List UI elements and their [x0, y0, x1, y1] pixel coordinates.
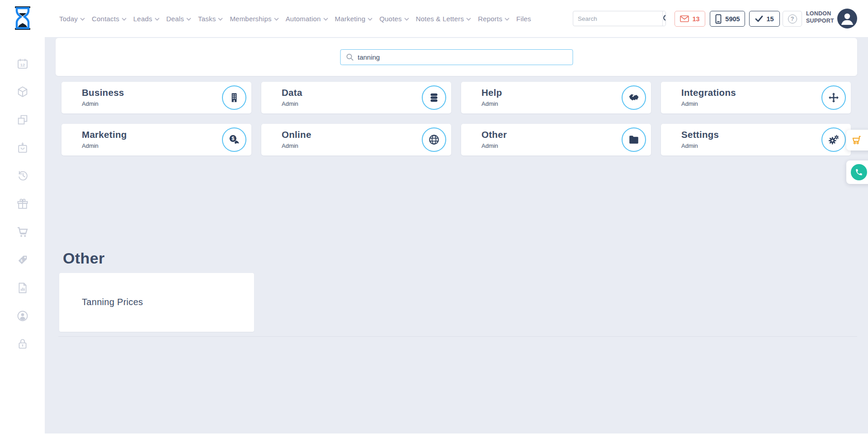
lock-icon	[16, 338, 29, 350]
menu-label: Tasks	[198, 15, 216, 23]
search-icon	[663, 14, 666, 23]
menu-label: Today	[59, 15, 78, 23]
calendar-icon: 12	[16, 57, 29, 70]
card-title: Data	[282, 87, 302, 98]
card-other[interactable]: Other Admin	[461, 124, 651, 155]
phone-badge[interactable]: 5905	[710, 11, 745, 27]
sidebar-item-reports[interactable]	[16, 281, 29, 295]
hourglass-logo-icon	[13, 6, 33, 30]
menu-memberships[interactable]: Memberships	[230, 15, 278, 23]
menu-label: Deals	[166, 15, 184, 23]
menu-tasks[interactable]: Tasks	[198, 15, 223, 23]
building-icon	[222, 85, 246, 110]
card-online[interactable]: Online Admin	[261, 124, 451, 155]
chevron-down-icon	[218, 18, 223, 21]
phone-widget-button[interactable]	[846, 160, 868, 184]
top-navbar: Today Contacts Leads Deals Tasks Members…	[0, 0, 868, 37]
results-section-heading: Other	[63, 250, 105, 267]
sidebar-item-gifts[interactable]	[16, 197, 29, 211]
menu-today[interactable]: Today	[59, 15, 85, 23]
menu-label: Marketing	[335, 15, 366, 23]
menu-automation[interactable]: Automation	[286, 15, 328, 23]
sidebar-item-security[interactable]	[16, 337, 29, 351]
envelope-icon	[680, 15, 689, 22]
card-subtitle: Admin	[481, 100, 498, 107]
chevron-down-icon	[274, 18, 279, 21]
user-name: LONDON SUPPORT	[806, 10, 838, 25]
cart-widget-button[interactable]	[846, 130, 868, 151]
svg-text:$: $	[231, 136, 234, 141]
gift-icon	[16, 198, 29, 210]
sidebar-item-cart[interactable]	[16, 225, 29, 239]
sidebar-item-products[interactable]	[16, 85, 29, 99]
sidebar-item-history[interactable]	[16, 169, 29, 183]
card-business[interactable]: Business Admin	[61, 82, 251, 113]
sidebar-item-account[interactable]	[16, 309, 29, 323]
card-subtitle: Admin	[282, 100, 298, 107]
card-subtitle: Admin	[481, 142, 498, 149]
sidebar-item-pricing[interactable]: $	[16, 253, 29, 267]
menu-label: Memberships	[230, 15, 271, 23]
menu-leads[interactable]: Leads	[133, 15, 160, 23]
user-name-line1: LONDON	[806, 10, 838, 17]
menu-deals[interactable]: Deals	[166, 15, 191, 23]
sidebar-item-calendar[interactable]: 12	[16, 57, 29, 71]
app-root: Today Contacts Leads Deals Tasks Members…	[0, 0, 868, 438]
history-icon	[16, 170, 29, 182]
menu-marketing[interactable]: Marketing	[335, 15, 373, 23]
sidebar: 12	[0, 37, 45, 438]
person-icon	[837, 9, 857, 28]
card-title: Online	[282, 129, 311, 140]
sidebar-item-orders[interactable]	[16, 141, 29, 155]
chevron-down-icon	[155, 18, 160, 21]
move-arrows-icon	[821, 85, 846, 110]
card-integrations[interactable]: Integrations Admin	[661, 82, 851, 113]
result-card-tanning-prices[interactable]: Tanning Prices	[59, 273, 254, 332]
cube-icon	[16, 85, 29, 98]
menu-label: Quotes	[379, 15, 402, 23]
card-subtitle: Admin	[681, 142, 698, 149]
admin-search-panel	[56, 38, 857, 76]
hourglass-logo[interactable]	[13, 6, 33, 30]
chevron-down-icon	[323, 18, 328, 21]
global-search-button[interactable]	[662, 11, 666, 26]
sidebar-item-copy[interactable]	[16, 113, 29, 127]
menu-label: Leads	[133, 15, 152, 23]
menu-contacts[interactable]: Contacts	[92, 15, 127, 23]
chevron-down-icon	[368, 18, 373, 21]
card-title: Help	[481, 87, 502, 98]
copy-icon	[16, 113, 29, 126]
tasks-badge[interactable]: 15	[749, 11, 780, 27]
mail-badge[interactable]: 13	[675, 11, 705, 27]
card-title: Integrations	[681, 87, 736, 98]
section-divider	[58, 336, 857, 337]
card-data[interactable]: Data Admin	[261, 82, 451, 113]
cart-icon	[851, 134, 863, 146]
menu-label: Files	[516, 15, 531, 23]
card-marketing[interactable]: Marketing Admin $	[61, 124, 251, 155]
avatar[interactable]	[837, 9, 857, 28]
shopping-bag-icon	[16, 141, 29, 154]
menu-notes-letters[interactable]: Notes & Letters	[416, 15, 471, 23]
handshake-icon	[622, 85, 646, 110]
card-title: Business	[82, 87, 124, 98]
help-button[interactable]: ?	[783, 11, 802, 27]
result-label: Tanning Prices	[82, 297, 143, 307]
globe-icon	[422, 127, 446, 152]
card-subtitle: Admin	[82, 142, 99, 149]
card-help[interactable]: Help Admin	[461, 82, 651, 113]
chevron-down-icon	[505, 18, 509, 21]
global-search-input[interactable]	[573, 15, 662, 22]
menu-label: Contacts	[92, 15, 119, 23]
database-icon	[422, 85, 446, 110]
card-settings[interactable]: Settings Admin	[661, 124, 851, 155]
search-icon	[346, 53, 354, 61]
card-subtitle: Admin	[681, 100, 698, 107]
mobile-phone-icon	[715, 14, 722, 24]
menu-reports[interactable]: Reports	[478, 15, 509, 23]
menu-files[interactable]: Files	[516, 15, 531, 23]
chevron-down-icon	[80, 18, 85, 21]
folder-icon	[622, 127, 646, 152]
menu-quotes[interactable]: Quotes	[379, 15, 409, 23]
admin-search-input[interactable]	[358, 53, 567, 61]
